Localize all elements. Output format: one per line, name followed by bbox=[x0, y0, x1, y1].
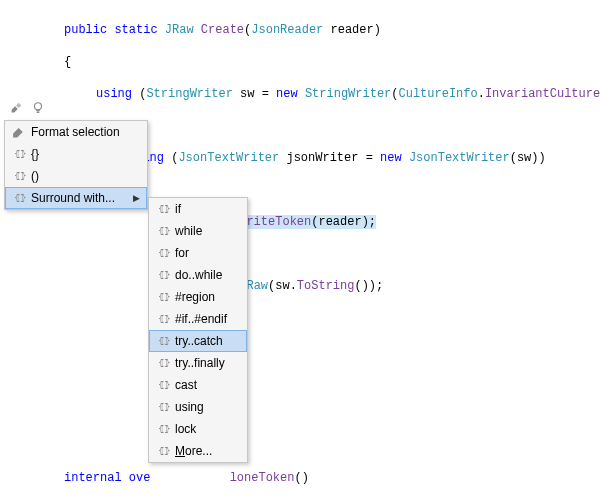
code-line bbox=[0, 342, 600, 358]
snippet-icon bbox=[9, 149, 31, 159]
submenu-item-label: lock bbox=[175, 422, 227, 436]
code-line bbox=[0, 406, 600, 422]
menu-item-label: Format selection bbox=[31, 125, 127, 139]
context-menu: Format selection{}()Surround with...▶ bbox=[4, 120, 148, 210]
bulb-icon[interactable] bbox=[30, 100, 46, 116]
submenu-item[interactable]: do..while bbox=[149, 264, 247, 286]
menu-item-label: Surround with... bbox=[31, 191, 127, 205]
snippet-icon bbox=[153, 248, 175, 258]
menu-item[interactable]: () bbox=[5, 165, 147, 187]
submenu-item[interactable]: #region bbox=[149, 286, 247, 308]
submenu-arrow-icon: ▶ bbox=[133, 193, 140, 203]
code-line: public static JRaw Create(JsonReader rea… bbox=[0, 22, 600, 38]
submenu-item-label: #if..#endif bbox=[175, 312, 227, 326]
submenu-item[interactable]: for bbox=[149, 242, 247, 264]
menu-item[interactable]: Surround with...▶ bbox=[5, 187, 147, 209]
code-editor[interactable]: public static JRaw Create(JsonReader rea… bbox=[0, 0, 600, 500]
action-toolbar bbox=[8, 100, 46, 116]
code-line: using (StringWriter sw = new StringWrite… bbox=[0, 86, 600, 102]
format-icon bbox=[9, 121, 31, 143]
snippet-icon bbox=[153, 204, 175, 214]
submenu-item[interactable]: if bbox=[149, 198, 247, 220]
snippet-icon bbox=[153, 446, 175, 456]
code-line: jsonWriter.WriteToken(reader); bbox=[0, 214, 600, 230]
submenu-item-label: for bbox=[175, 246, 227, 260]
snippet-icon bbox=[153, 336, 175, 346]
submenu-item-label: try..catch bbox=[175, 334, 227, 348]
submenu-item-label: if bbox=[175, 202, 227, 216]
snippet-icon bbox=[153, 314, 175, 324]
snippet-icon bbox=[153, 402, 175, 412]
menu-item-label: () bbox=[31, 169, 127, 183]
code-line bbox=[0, 374, 600, 390]
submenu-item-label: #region bbox=[175, 290, 227, 304]
surround-submenu: ifwhilefordo..while#region#if..#endiftry… bbox=[148, 197, 248, 463]
submenu-item[interactable]: try..finally bbox=[149, 352, 247, 374]
menu-item[interactable]: Format selection bbox=[5, 121, 147, 143]
snippet-icon bbox=[9, 193, 31, 203]
snippet-icon bbox=[153, 380, 175, 390]
submenu-item[interactable]: #if..#endif bbox=[149, 308, 247, 330]
submenu-item-label: while bbox=[175, 224, 227, 238]
svg-point-0 bbox=[35, 103, 42, 110]
submenu-item[interactable]: while bbox=[149, 220, 247, 242]
menu-item[interactable]: {} bbox=[5, 143, 147, 165]
snippet-icon bbox=[153, 270, 175, 280]
menu-item-label: {} bbox=[31, 147, 127, 161]
submenu-item-label: using bbox=[175, 400, 227, 414]
snippet-icon bbox=[153, 292, 175, 302]
submenu-item[interactable]: using bbox=[149, 396, 247, 418]
code-line: { bbox=[0, 54, 600, 70]
submenu-item[interactable]: cast bbox=[149, 374, 247, 396]
submenu-item-label: try..finally bbox=[175, 356, 227, 370]
submenu-item-label: do..while bbox=[175, 268, 227, 282]
snippet-icon bbox=[153, 226, 175, 236]
submenu-item-label: More... bbox=[175, 444, 227, 458]
submenu-item[interactable]: try..catch bbox=[149, 330, 247, 352]
code-line: internal ove loneToken() bbox=[0, 470, 600, 486]
code-line bbox=[0, 438, 600, 454]
submenu-item[interactable]: lock bbox=[149, 418, 247, 440]
code-line bbox=[0, 310, 600, 326]
submenu-item[interactable]: More... bbox=[149, 440, 247, 462]
snippet-icon bbox=[153, 424, 175, 434]
code-line bbox=[0, 246, 600, 262]
brush-icon[interactable] bbox=[8, 100, 24, 116]
snippet-icon bbox=[153, 358, 175, 368]
code-line: return new JRaw(sw.ToString()); bbox=[0, 278, 600, 294]
snippet-icon bbox=[9, 171, 31, 181]
submenu-item-label: cast bbox=[175, 378, 227, 392]
